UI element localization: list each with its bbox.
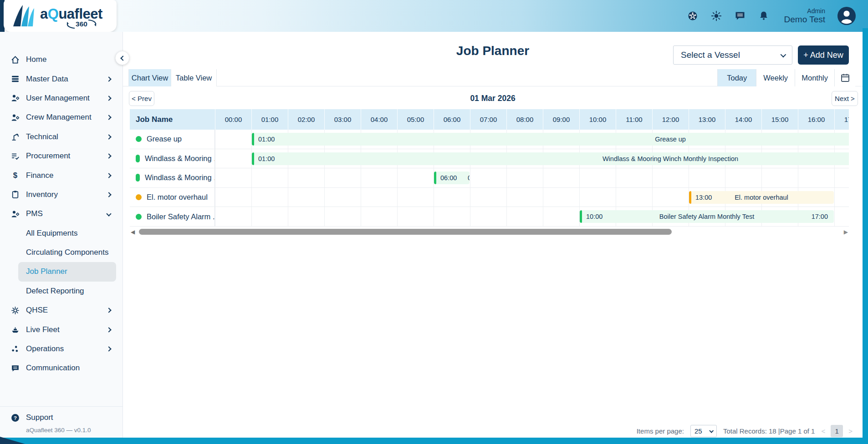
gantt-row-windlass-mooring: Windlass & Mooring ...Windlass & Mooring… <box>130 149 849 169</box>
sidebar-item-qhse[interactable]: QHSE <box>0 301 123 320</box>
question-icon: ? <box>10 413 20 423</box>
bar-start-time: 06:00 <box>440 172 457 184</box>
corner-decoration <box>0 437 25 444</box>
weekly-button[interactable]: Weekly <box>756 69 795 86</box>
sidebar-item-circulating-components[interactable]: Circulating Components <box>0 243 123 262</box>
chevron-right-icon <box>106 96 111 101</box>
scrollbar-thumb[interactable] <box>139 229 672 235</box>
bar-start-time: 10:00 <box>586 210 602 223</box>
bar-start-cap <box>434 172 436 184</box>
scroll-left-arrow-icon[interactable]: ◀ <box>131 229 135 235</box>
notifications-bell-icon[interactable] <box>758 10 770 22</box>
avatar[interactable] <box>837 6 856 25</box>
tab-chart-view[interactable]: Chart View <box>128 69 171 86</box>
vessel-select-value: Select a Vessel <box>681 50 740 60</box>
today-button[interactable]: Today <box>717 69 756 86</box>
helm-icon[interactable] <box>687 10 699 22</box>
user-info: Admin Demo Test <box>784 7 825 25</box>
gantt-rows: Grease upGrease up01:00Windlass & Moorin… <box>130 130 849 227</box>
bar-start-time: 01:00 <box>258 133 275 146</box>
sidebar-item-all-equipments[interactable]: All Equipments <box>0 224 123 243</box>
sidebar-item-finance[interactable]: $Finance <box>0 166 123 185</box>
job-name-label: Grease up <box>147 135 182 143</box>
gantt-bar-boiler-safety-alarm-monthly-test[interactable]: Boiler Safety Alarm Monthly Test10:0017:… <box>580 210 834 223</box>
next-day-button[interactable]: Next > <box>832 91 858 106</box>
chevron-right-icon <box>106 308 111 313</box>
time-column-header: 00:00 <box>215 109 251 130</box>
range-buttons: Today Weekly Monthly <box>717 69 855 86</box>
sidebar-item-user-management[interactable]: User Management <box>0 89 123 108</box>
chat-icon[interactable] <box>734 10 746 22</box>
main-content: Job Planner Select a Vessel + Add New Ch… <box>123 32 863 438</box>
app-version: aQuafleet 360 — v0.1.0 <box>26 427 91 434</box>
time-column-header: 17:00 <box>834 109 849 130</box>
chevron-right-icon <box>106 134 111 139</box>
job-name-cell[interactable]: Windlass & Mooring ... <box>130 149 215 168</box>
sidebar-item-communication[interactable]: Communication <box>0 358 123 378</box>
calendar-icon <box>840 72 851 83</box>
page-prev-arrow[interactable]: < <box>821 427 825 435</box>
sidebar-item-crew-management[interactable]: Crew Management <box>0 108 123 127</box>
sidebar-divider <box>0 406 123 407</box>
brand-360-badge: 360 <box>65 18 98 30</box>
monthly-button[interactable]: Monthly <box>795 69 834 86</box>
bar-end-time: 17:00 <box>812 210 828 223</box>
time-column-header: 13:00 <box>689 109 725 130</box>
sidebar-item-procurement[interactable]: Procurement <box>0 146 123 166</box>
page-number-button[interactable]: 1 <box>831 425 843 437</box>
sidebar-item-live-fleet[interactable]: Live Fleet <box>0 320 123 339</box>
svg-text:$: $ <box>13 171 17 180</box>
job-status-dot <box>136 214 142 220</box>
home-icon <box>10 55 20 65</box>
sidebar-item-label: QHSE <box>26 306 48 315</box>
sidebar-item-job-planner[interactable]: Job Planner <box>18 262 116 281</box>
view-tabs: Chart View Table View Today Weekly Month… <box>123 69 863 86</box>
chevron-right-icon <box>106 115 111 120</box>
job-status-dot <box>136 174 140 182</box>
sidebar-item-master-data[interactable]: Master Data <box>0 69 123 88</box>
sidebar-item-label: Home <box>26 55 46 64</box>
time-column-header: 11:00 <box>616 109 652 130</box>
job-name-cell[interactable]: Boiler Safety Alarm ... <box>130 207 215 226</box>
items-per-page-value: 25 <box>694 427 702 435</box>
theme-sun-icon[interactable] <box>710 10 722 22</box>
items-per-page-label: Items per page: <box>637 427 684 435</box>
time-column-header: 09:00 <box>543 109 579 130</box>
gantt-bar-grease-up[interactable]: Grease up01:00 <box>252 133 849 146</box>
items-per-page-select[interactable]: 25 <box>690 425 717 437</box>
logo[interactable]: aQuafleet 360 <box>4 0 117 32</box>
total-records-text: Total Records: 18 |Page 1 of 1 <box>723 427 815 435</box>
time-column-header: 06:00 <box>434 109 470 130</box>
calendar-picker-button[interactable] <box>834 69 855 86</box>
sidebar-item-operations[interactable]: Operations <box>0 339 123 358</box>
vessel-select[interactable]: Select a Vessel <box>673 45 792 65</box>
gantt-bar-area: Grease up01:00 <box>215 130 849 149</box>
sidebar-item-inventory[interactable]: Inventory <box>0 185 123 204</box>
gantt-bar-area: Windlass & Mooring Winch Monthly Inspect… <box>215 149 849 168</box>
gantt-scrollbar: ◀ ▶ <box>130 228 849 236</box>
gantt-bar-windlass-mooring-winch-monthly-inspection[interactable]: Windlass & Mooring Winch Monthly Inspect… <box>252 152 849 165</box>
sidebar-item-defect-reporting[interactable]: Defect Reporting <box>0 282 123 301</box>
job-status-dot <box>136 136 142 142</box>
bar-start-time: 13:00 <box>695 191 712 204</box>
job-name-cell[interactable]: El. motor overhaul <box>130 188 215 207</box>
scroll-right-arrow-icon[interactable]: ▶ <box>844 229 848 235</box>
gantt-bar-windlass-mooring[interactable]: 06:0007:00 <box>434 172 470 184</box>
sidebar-item-pms[interactable]: PMS <box>0 204 123 223</box>
sidebar-item-support[interactable]: ? Support <box>0 410 123 425</box>
support-label: Support <box>26 413 53 422</box>
gantt-bar-area: Boiler Safety Alarm Monthly Test10:0017:… <box>215 207 849 226</box>
sails-logo-icon <box>11 4 36 28</box>
sidebar-collapse-button[interactable] <box>115 51 129 65</box>
gantt-bar-el-motor-overhaul[interactable]: El. motor overhaul13:00 <box>689 191 834 204</box>
user-role: Admin <box>784 7 825 15</box>
top-header: aQuafleet 360 <box>0 0 868 32</box>
sidebar-item-technical[interactable]: Technical <box>0 127 123 146</box>
job-name-cell[interactable]: Windlass & Mooring ... <box>130 168 215 187</box>
sidebar-item-home[interactable]: Home <box>0 50 123 69</box>
page-next-arrow[interactable]: > <box>848 427 853 435</box>
add-new-button[interactable]: + Add New <box>798 45 849 65</box>
job-name-cell[interactable]: Grease up <box>130 130 215 149</box>
tab-table-view[interactable]: Table View <box>171 69 217 86</box>
time-column-header: 02:00 <box>288 109 324 130</box>
